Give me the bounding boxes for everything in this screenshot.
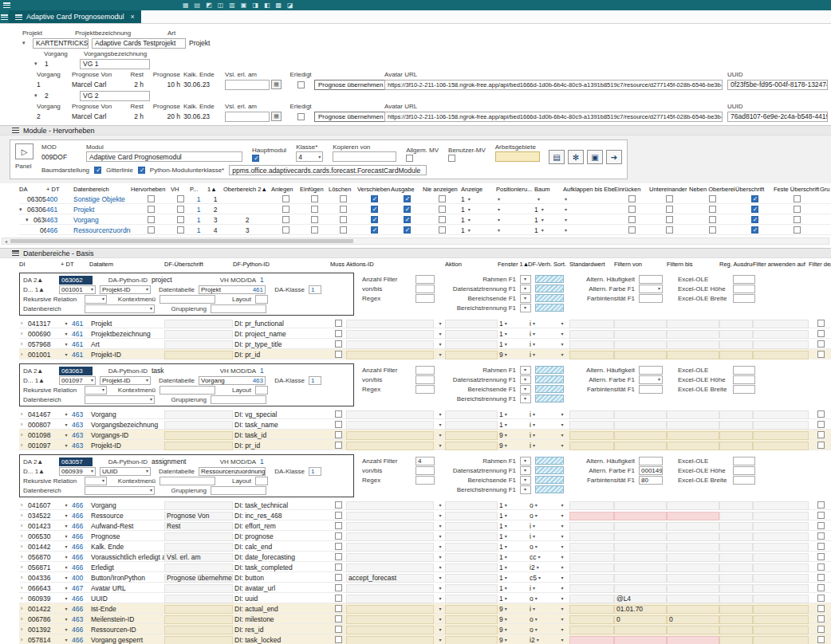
cell-filtern-von[interactable] [614,512,667,520]
vorgang-group-header[interactable]: ▾ 1 VG 1 [34,58,831,69]
cell-reg-ausdruck[interactable] [719,431,753,440]
chevron-down-icon[interactable]: ▾ [439,422,441,427]
vorgang-name-field[interactable]: VG 2 [80,91,150,101]
loeschen-checkbox[interactable] [340,216,347,223]
excel-ole-input[interactable] [733,275,755,284]
dataitem-row[interactable]: ›066643 ▾ 467 Avatar URL DI: avatar_url … [19,583,831,593]
cell-reg-ausdruck[interactable] [719,330,753,339]
dataitem-row[interactable]: ›041467 ▾ 463 Vorgang DI: vg_special ▾ 1… [19,409,831,419]
cell-df-ueberschrift[interactable] [164,626,233,634]
cell-aktions-id[interactable] [346,584,434,593]
chevron-down-icon[interactable]: ▾ [65,607,67,611]
column-header[interactable]: Oberbereich 2▲ [223,186,271,193]
cell-filtern-von[interactable] [614,564,667,572]
sort-select[interactable]: ▾ [553,593,569,603]
cell-standardwert[interactable] [569,543,614,552]
cell-df-ueberschrift[interactable] [164,421,233,430]
filter-deaktiviert-checkbox[interactable] [817,553,825,560]
verschieben-checkbox[interactable] [371,226,378,234]
avatar-url-input[interactable]: https://3f10-2-211-106-158.ngrok-free.ap… [384,80,723,90]
verschieben-checkbox[interactable] [371,216,378,223]
cell-filtern-bis[interactable] [667,564,719,572]
fenster-select[interactable]: 1▾ [498,510,528,520]
muss-checkbox[interactable] [335,522,342,529]
von-bis-input[interactable] [416,375,435,384]
cell-standardwert[interactable] [569,626,614,634]
column-header[interactable]: Einrücken [614,186,649,193]
df-verh-select[interactable]: i▾ [528,440,553,450]
ausgabe-checkbox[interactable] [404,216,411,223]
datentabelle-field[interactable]: Projekt461 [199,285,266,294]
expand-icon[interactable]: › [21,331,28,336]
filter-deaktiviert-checkbox[interactable] [817,564,825,571]
von-bis-input[interactable] [416,466,435,475]
filter-deaktiviert-checkbox[interactable] [817,605,825,612]
column-header[interactable]: DF-Überschrift [164,261,233,268]
muss-checkbox[interactable] [335,584,342,591]
ueberschrift-checkbox[interactable] [751,206,758,213]
column-header[interactable]: Filter anwenden auf [753,261,809,268]
avatar-url-input[interactable]: https://3f10-2-211-106-158.ngrok-free.ap… [384,112,723,122]
cell-filtern-bis[interactable] [667,340,719,349]
cell-aktion[interactable] [445,442,498,450]
dataitem-row[interactable]: ›000690 ▾ 461 Projektbezeichnung DI: pro… [19,328,831,339]
benutzer-mv-checkbox[interactable] [448,155,455,162]
cell-reg-ausdruck[interactable] [719,595,753,603]
cell-filter-anwenden-auf[interactable] [753,501,809,510]
excel-ole-breite-input[interactable] [733,294,755,303]
chevron-down-icon[interactable]: ▾ [439,513,441,518]
dataitem-row[interactable]: ›006530 ▾ 466 Prognose DI: prognose ▾ 1▾… [19,531,831,541]
cell-aktion[interactable] [445,330,498,339]
cell-filtern-von[interactable] [614,431,667,440]
df-verh-select[interactable]: o▾ [528,500,553,510]
sort-select[interactable]: ▾ [553,531,569,541]
expand-icon[interactable]: › [21,341,28,347]
farbintensitaet-input[interactable]: 80 [639,476,663,485]
cell-filtern-von[interactable] [614,410,667,419]
baum-select[interactable]: 1▾ [534,216,544,224]
bereichsende-select[interactable]: ▾ [520,385,531,394]
cell-filter-anwenden-auf[interactable] [753,442,809,450]
cell-filtern-bis[interactable] [667,626,719,634]
untereinander-checkbox[interactable] [666,206,673,213]
sort-select[interactable]: ▾ [553,583,569,593]
chevron-down-icon[interactable]: ▾ [65,638,67,642]
altern-haeufigkeit-input[interactable] [639,457,663,465]
cell-df-ueberschrift[interactable] [164,351,233,359]
df-verh-select[interactable]: i2▾ [528,634,553,644]
cell-aktions-id[interactable] [346,421,434,430]
excel-ole-hoehe-input[interactable] [733,466,755,475]
filter-deaktiviert-checkbox[interactable] [817,532,825,540]
column-header[interactable]: DF-Python-ID [233,261,330,268]
chevron-down-icon[interactable]: ▾ [65,422,67,427]
column-header[interactable]: DI [19,261,61,268]
python-unterklasse-checkbox[interactable] [138,167,145,174]
da-klasse-field[interactable]: 1 [309,376,321,385]
sort-select[interactable]: ▾ [553,614,569,624]
chevron-down-icon[interactable]: ▾ [439,352,441,357]
chevron-down-icon[interactable]: ▾ [65,575,67,580]
rekursive-relation-select[interactable]: ▾ [85,295,107,304]
chevron-down-icon[interactable]: ▾ [439,342,441,347]
dataitem-row[interactable]: ›001423 ▾ 466 Aufwand-Rest Rest DI: effo… [19,520,831,531]
cell-filtern-von[interactable]: 01.01.70 [614,605,667,614]
cell-aktion[interactable] [445,351,498,359]
positionierung-select[interactable]: ▾ [496,218,500,222]
cell-filtern-von[interactable] [614,636,667,644]
cell-filtern-bis[interactable] [667,532,719,541]
rahmen-select[interactable]: ▾ [520,457,531,465]
column-header[interactable]: Aufklappen bis Ebene [563,186,614,193]
toolbar-icon[interactable]: ◧ [264,2,270,9]
df-verh-select[interactable]: i▾ [528,339,553,349]
von-bis-input[interactable] [416,285,435,293]
cell-filtern-bis[interactable] [667,584,719,593]
dataitem-row[interactable]: ›006786 ▾ 463 Meilenstein-ID DI: milesto… [19,614,831,624]
farbintensitaet-input[interactable] [639,385,663,394]
regex-input[interactable] [416,294,435,303]
fenster-select[interactable]: 1▾ [498,552,528,562]
column-header[interactable]: Filtern bis [667,261,719,268]
cell-filter-anwenden-auf[interactable] [753,421,809,430]
cell-aktion[interactable] [445,636,498,644]
column-header[interactable]: Gru [820,186,831,193]
chevron-down-icon[interactable]: ▾ [65,586,67,591]
